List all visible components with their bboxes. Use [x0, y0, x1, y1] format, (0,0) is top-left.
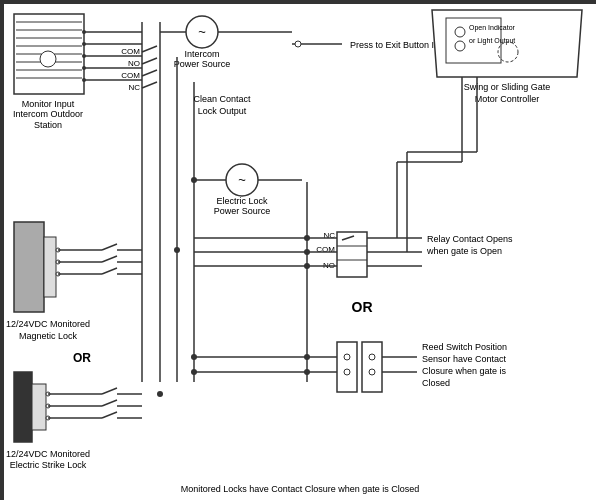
svg-text:Reed Switch Position: Reed Switch Position — [422, 342, 507, 352]
svg-point-141 — [157, 391, 163, 397]
svg-text:Magnetic Lock: Magnetic Lock — [19, 331, 78, 341]
svg-text:or Light Output: or Light Output — [469, 37, 515, 45]
svg-rect-71 — [32, 384, 46, 430]
svg-text:Power Source: Power Source — [214, 206, 271, 216]
svg-rect-70 — [14, 372, 32, 442]
svg-rect-53 — [14, 222, 44, 312]
svg-text:Monitor Input: Monitor Input — [22, 99, 75, 109]
svg-text:Open Indicator: Open Indicator — [469, 24, 516, 32]
svg-point-140 — [174, 247, 180, 253]
svg-text:Monitored Locks have Contact C: Monitored Locks have Contact Closure whe… — [181, 484, 420, 494]
svg-point-112 — [344, 354, 350, 360]
wiring-diagram: Monitor Input Intercom Outdoor Station ~… — [0, 0, 596, 500]
svg-rect-106 — [337, 342, 357, 392]
svg-text:when gate is Open: when gate is Open — [426, 246, 502, 256]
svg-text:OR: OR — [73, 351, 91, 365]
svg-text:NO: NO — [128, 59, 140, 68]
svg-point-115 — [369, 369, 375, 375]
svg-point-17 — [82, 54, 86, 58]
svg-point-19 — [82, 66, 86, 70]
svg-text:~: ~ — [198, 24, 206, 39]
svg-point-11 — [40, 51, 56, 67]
svg-text:Sensor have Contact: Sensor have Contact — [422, 354, 507, 364]
svg-text:COM: COM — [121, 47, 140, 56]
svg-point-15 — [82, 42, 86, 46]
svg-text:Electric Lock: Electric Lock — [216, 196, 268, 206]
svg-text:COM: COM — [121, 71, 140, 80]
svg-point-144 — [191, 354, 197, 360]
svg-point-113 — [369, 354, 375, 360]
svg-text:Clean Contact: Clean Contact — [193, 94, 251, 104]
svg-text:12/24VDC Monitored: 12/24VDC Monitored — [6, 319, 90, 329]
svg-rect-86 — [337, 232, 367, 277]
svg-text:Closed: Closed — [422, 378, 450, 388]
svg-point-139 — [191, 177, 197, 183]
svg-text:Motor Controller: Motor Controller — [475, 94, 540, 104]
svg-text:~: ~ — [238, 172, 246, 187]
svg-text:Intercom Outdoor: Intercom Outdoor — [13, 109, 83, 119]
svg-text:OR: OR — [352, 299, 373, 315]
svg-text:Closure when gate is: Closure when gate is — [422, 366, 507, 376]
svg-point-31 — [295, 41, 301, 47]
svg-text:Power Source: Power Source — [174, 59, 231, 69]
svg-point-123 — [455, 27, 465, 37]
svg-text:Intercom: Intercom — [184, 49, 219, 59]
svg-point-145 — [191, 369, 197, 375]
svg-text:Lock Output: Lock Output — [198, 106, 247, 116]
svg-rect-54 — [44, 237, 56, 297]
svg-point-125 — [455, 41, 465, 51]
svg-text:Relay Contact Opens: Relay Contact Opens — [427, 234, 513, 244]
svg-text:12/24VDC Monitored: 12/24VDC Monitored — [6, 449, 90, 459]
svg-text:Electric Strike Lock: Electric Strike Lock — [10, 460, 87, 470]
svg-text:NC: NC — [128, 83, 140, 92]
svg-point-13 — [82, 30, 86, 34]
svg-point-114 — [344, 369, 350, 375]
svg-rect-107 — [362, 342, 382, 392]
svg-text:Station: Station — [34, 120, 62, 130]
svg-point-21 — [82, 78, 86, 82]
